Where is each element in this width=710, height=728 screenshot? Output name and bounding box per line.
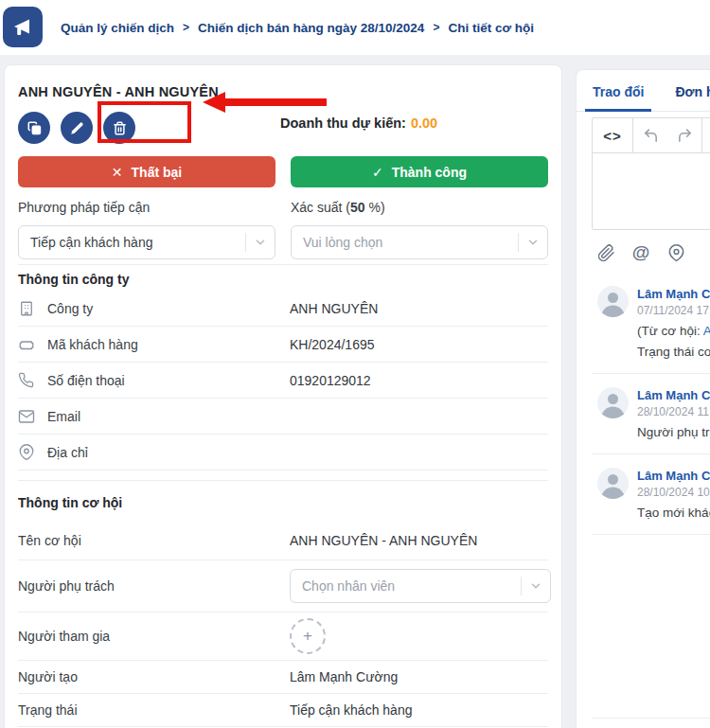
comment-divider [592,453,710,454]
expected-revenue: Doanh thu dự kiến:0.00 [280,115,437,131]
company-section-title: Thông tin công ty [18,264,548,291]
avatar [597,468,629,499]
tab-discussion[interactable]: Trao đổi [585,84,651,112]
company-value-link[interactable]: ANH NGUYÊN [290,301,378,316]
discussion-panel-card: Trao đổi Đơn hàng <> [576,69,710,728]
editor-toolbar: <> [593,118,710,153]
edit-button[interactable] [61,112,93,144]
top-header: Quản lý chiến dịch > Chiến dịch bán hàng… [0,0,710,55]
mention-button[interactable]: @ [630,242,651,263]
comment-divider [592,534,710,535]
x-icon: ✕ [112,165,123,180]
comment-timestamp: 28/10/2024 10 [637,486,710,499]
participants-row: Người tham gia + [18,613,548,661]
comment-text: (Từ cơ hội: ANH NGUYÊN - ANH NGUYÊN [637,324,710,338]
comment-editor: <> [592,117,710,230]
undo-icon [643,128,659,144]
customer-code-value: KH/2024/1695 [290,337,375,352]
outcome-buttons-row: ✕ Thất bại ✓ Thành công [18,156,548,187]
creator-row: Người tạo Lâm Mạnh Cường [18,661,548,694]
opportunity-detail-card: ANH NGUYÊN - ANH NGUYÊN [4,64,562,728]
at-sign-icon: @ [632,242,650,263]
avatar [597,286,629,317]
fail-button[interactable]: ✕ Thất bại [18,156,275,187]
chevron-down-icon [246,236,275,249]
comment-text: Người phụ trách [637,425,710,439]
breadcrumb: Quản lý chiến dịch > Chiến dịch bán hàng… [61,0,534,55]
status-row: Trạng thái Tiếp cận khách hàng [18,694,548,727]
add-participant-button[interactable]: + [290,618,326,654]
map-pin-icon [18,444,35,461]
opportunity-name-value: ANH NGUYÊN - ANH NGUYÊN [290,533,477,548]
customer-code-row: Mã khách hàng KH/2024/1695 [18,327,548,363]
comment-item: Lâm Mạnh Cường 07/11/2024 17 (Từ cơ hội:… [597,286,710,359]
redo-button[interactable] [667,118,701,152]
delete-button[interactable] [103,112,135,144]
probability-select[interactable]: Vui lòng chọn [291,225,548,259]
approach-select-value: Tiếp cận khách hàng [30,235,245,250]
company-row: Công ty ANH NGUYÊN [18,291,548,327]
paperclip-icon [597,244,615,262]
comment-author-link[interactable]: Lâm Mạnh Cường [637,469,710,483]
comment-text: Tạo mới khách hàng [637,506,710,520]
chevron-down-icon [519,236,547,249]
status-label: Trạng thái [18,702,78,718]
comment-text: Trạng thái cơ hội [637,345,710,359]
success-button[interactable]: ✓ Thành công [291,156,548,187]
copy-icon [27,121,42,135]
comment-timestamp: 07/11/2024 17 [637,304,710,317]
email-row: Email [18,399,548,435]
assignee-select[interactable]: Chọn nhân viên [290,569,551,603]
attach-file-button[interactable] [595,242,616,263]
email-label: Email [47,409,80,424]
trash-icon [113,121,127,135]
right-panel-tabs: Trao đổi Đơn hàng [577,70,710,112]
field-selects-row: Tiếp cận khách hàng Vui lòng chọn [18,225,548,259]
comment-input-area[interactable] [593,153,710,229]
app-logo-button[interactable] [3,7,43,47]
building-icon [18,300,35,317]
probability-label: Xác suất (50 %) [291,200,548,215]
redo-icon [677,128,693,144]
opportunity-name-row: Tên cơ hội ANH NGUYÊN - ANH NGUYÊN [18,521,548,560]
code-view-button[interactable]: <> [593,118,632,152]
assignee-row: Người phụ trách Chọn nhân viên [18,560,548,613]
phone-icon [18,372,35,389]
phone-row: Số điện thoại 01920129012 [18,363,548,399]
breadcrumb-campaign-management[interactable]: Quản lý chiến dịch [61,21,174,35]
check-icon: ✓ [372,165,383,180]
fail-button-label: Thất bại [132,165,183,180]
opportunity-name-label: Tên cơ hội [18,533,81,548]
chevron-right-icon: > [183,21,189,34]
comment-author-link[interactable]: Lâm Mạnh Cường [637,287,710,301]
approach-label: Phương pháp tiếp cận [18,200,275,215]
approach-select[interactable]: Tiếp cận khách hàng [18,225,275,259]
comment-item: Lâm Mạnh Cường 28/10/2024 10 Tạo mới khá… [597,468,710,520]
field-labels-row: Phương pháp tiếp cận Xác suất (50 %) [18,200,548,215]
status-value-link[interactable]: Tiếp cận khách hàng [290,702,412,718]
panel-bottom-divider [592,718,710,719]
customer-code-label: Mã khách hàng [47,337,138,352]
assignee-label: Người phụ trách [18,578,115,594]
breadcrumb-campaign[interactable]: Chiến dịch bán hàng ngày 28/10/2024 [198,21,424,35]
mail-icon [18,408,35,425]
phone-label: Số điện thoại [47,373,125,388]
avatar [597,387,629,418]
address-row: Địa chỉ [18,435,548,471]
comment-opportunity-link[interactable]: ANH NGUYÊN - ANH NGUYÊN [703,324,710,338]
megaphone-icon [11,16,34,39]
chevron-down-icon [522,579,550,593]
comment-author-link[interactable]: Lâm Mạnh Cường [637,388,710,402]
comment-timestamp: 28/10/2024 11 [637,405,710,418]
map-pin-icon [667,244,685,262]
composer-actions: @ [595,242,710,263]
undo-button[interactable] [633,118,667,152]
ticket-icon [18,336,35,353]
company-label: Công ty [47,301,93,316]
duplicate-button[interactable] [18,112,50,144]
phone-value-link[interactable]: 01920129012 [290,373,371,388]
location-button[interactable] [666,242,686,263]
tab-orders[interactable]: Đơn hàng [667,84,710,111]
pencil-icon [70,121,84,135]
participants-label: Người tham gia [18,629,110,644]
